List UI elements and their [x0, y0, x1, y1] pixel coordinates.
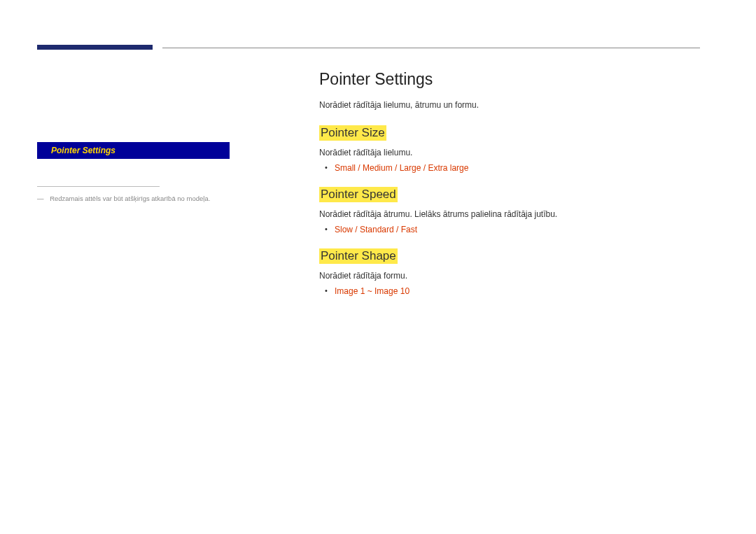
section-desc-pointer-speed: Norādiet rādītāja ātrumu. Lielāks ātrums…: [319, 209, 697, 219]
option-item: Small / Medium / Large / Extra large: [335, 163, 697, 173]
section-title-pointer-shape: Pointer Shape: [319, 248, 398, 264]
option-list-pointer-shape: Image 1 ~ Image 10: [319, 286, 697, 296]
section-pointer-shape: Pointer Shape Norādiet rādītāja formu. I…: [319, 248, 697, 296]
option-list-pointer-size: Small / Medium / Large / Extra large: [319, 163, 697, 173]
sidebar-item-pointer-settings[interactable]: Pointer Settings: [37, 142, 230, 159]
option-item: Slow / Standard / Fast: [335, 225, 697, 234]
section-desc-pointer-shape: Norādiet rādītāja formu.: [319, 271, 697, 281]
sidebar-divider: [37, 186, 160, 187]
section-desc-pointer-size: Norādiet rādītāja lielumu.: [319, 148, 697, 157]
sidebar: Pointer Settings: [37, 142, 230, 159]
page-intro: Norādiet rādītāja lielumu, ātrumu un for…: [319, 100, 697, 110]
section-pointer-size: Pointer Size Norādiet rādītāja lielumu. …: [319, 125, 697, 173]
header-divider-line: [162, 48, 700, 48]
option-item: Image 1 ~ Image 10: [335, 286, 697, 296]
footnote-dash: ―: [37, 195, 44, 202]
section-title-pointer-size: Pointer Size: [319, 125, 386, 141]
header-accent-bar: [37, 45, 153, 50]
footnote: ― Redzamais attēls var būt atšķirīgs atk…: [37, 195, 210, 202]
option-list-pointer-speed: Slow / Standard / Fast: [319, 225, 697, 234]
main-content: Pointer Settings Norādiet rādītāja lielu…: [319, 70, 697, 310]
section-pointer-speed: Pointer Speed Norādiet rādītāja ātrumu. …: [319, 187, 697, 234]
section-title-pointer-speed: Pointer Speed: [319, 187, 398, 202]
footnote-text: Redzamais attēls var būt atšķirīgs atkar…: [50, 195, 210, 202]
page-title: Pointer Settings: [319, 70, 697, 89]
